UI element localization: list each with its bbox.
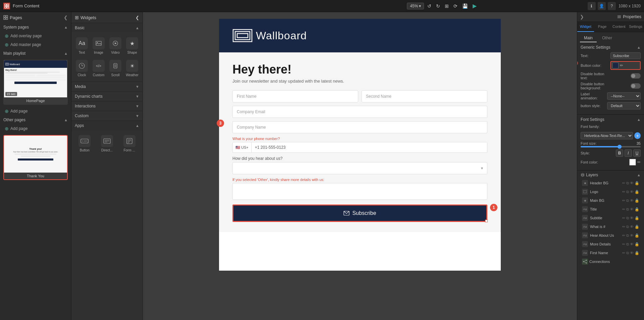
color-picker[interactable]: ✏ — [610, 61, 641, 70]
undo-button[interactable]: ↺ — [426, 3, 433, 9]
tab-page[interactable]: Page — [594, 22, 611, 32]
tab-content[interactable]: Content — [611, 22, 628, 32]
add-other-page-item[interactable]: ⊕ Add page — [0, 124, 71, 133]
subscribe-button[interactable]: Subscribe — [232, 204, 487, 222]
homepage-thumb[interactable]: Wallboard Hey there! — [3, 60, 68, 105]
widget-form[interactable]: Form ... — [119, 133, 140, 154]
subtab-other[interactable]: Other — [598, 34, 616, 42]
add-overlay-page-item[interactable]: ⊕ Add overlay page — [0, 32, 71, 40]
details-field[interactable] — [232, 183, 487, 200]
basic-section-header[interactable]: Basic ▲ — [71, 23, 143, 33]
what-is-eye-icon[interactable]: 👁 — [630, 225, 634, 229]
subtitle-copy-icon[interactable]: ⧉ — [626, 216, 629, 220]
generic-settings-chevron[interactable]: ▲ — [637, 45, 641, 49]
first-name-eye-icon[interactable]: 👁 — [630, 251, 634, 255]
layer-subtitle[interactable]: Aa Subtitle ✏ ⧉ 👁 🔒 — [581, 214, 641, 222]
layer-more-details[interactable]: Aa More Details ✏ ⧉ 👁 🔒 — [581, 240, 641, 248]
phone-input[interactable]: +1 201-555-0123 — [252, 142, 487, 152]
what-is-edit-icon[interactable]: ✏ — [622, 225, 625, 229]
zoom-button[interactable]: 45% ▾ — [407, 3, 424, 9]
first-name-lock-icon[interactable]: 🔒 — [635, 251, 639, 255]
first-name-edit-icon[interactable]: ✏ — [622, 251, 625, 255]
layer-edit-icon[interactable]: ✏ — [622, 181, 625, 185]
main-playlist-header[interactable]: Main playlist ▲ — [0, 49, 71, 58]
what-is-lock-icon[interactable]: 🔒 — [635, 225, 639, 229]
logo-edit-icon[interactable]: ✏ — [622, 190, 625, 194]
pencil-icon[interactable]: ✏ — [620, 63, 623, 68]
title-lock-icon[interactable]: 🔒 — [635, 207, 639, 212]
title-eye-icon[interactable]: 👁 — [630, 207, 634, 211]
widget-custom[interactable]: </> Custom — [91, 58, 106, 79]
connections-item[interactable]: Connections — [581, 257, 641, 266]
help-button[interactable]: ? — [608, 2, 616, 10]
disable-btn-text-toggle[interactable] — [631, 73, 641, 79]
widget-text[interactable]: Aa Text — [74, 35, 90, 56]
add-master-page-item[interactable]: ⊕ Add master page — [0, 40, 71, 49]
logo-copy-icon[interactable]: ⧉ — [626, 190, 629, 194]
expand-panel-button[interactable]: ❯ — [580, 14, 584, 19]
add-page-main-item[interactable]: ⊕ Add page — [0, 107, 71, 116]
layer-eye-icon[interactable]: 👁 — [630, 181, 634, 185]
company-field[interactable]: Company Name — [232, 121, 487, 133]
refresh-button[interactable]: ⟳ — [452, 3, 459, 9]
widget-video[interactable]: Video — [108, 35, 123, 56]
bold-button[interactable]: B — [616, 149, 623, 157]
play-button[interactable]: ▶ — [471, 2, 478, 10]
main-bg-edit-icon[interactable]: ✏ — [622, 198, 625, 203]
hear-edit-icon[interactable]: ✏ — [622, 233, 625, 238]
layer-main-bg[interactable]: ★ Main BG ✏ ⧉ 👁 🔒 — [581, 196, 641, 205]
more-details-lock-icon[interactable]: 🔒 — [635, 242, 639, 246]
logo-lock-icon[interactable]: 🔒 — [635, 190, 639, 194]
main-bg-eye-icon[interactable]: 👁 — [630, 198, 634, 202]
main-bg-copy-icon[interactable]: ⧉ — [626, 198, 629, 203]
tab-settings[interactable]: Settings — [627, 22, 644, 32]
collapse-widget-button[interactable]: ❮ — [136, 15, 139, 20]
custom-row[interactable]: Custom ▼ — [71, 111, 143, 121]
subtitle-edit-icon[interactable]: ✏ — [622, 216, 625, 220]
hear-lock-icon[interactable]: 🔒 — [635, 233, 639, 238]
email-field[interactable]: Company Email — [232, 106, 487, 118]
hear-dropdown[interactable]: ▾ — [232, 162, 487, 174]
grid-button[interactable]: ⊞ — [443, 3, 450, 9]
other-pages-header[interactable]: Other pages ▲ — [0, 116, 71, 124]
font-plus-button[interactable]: + — [634, 132, 641, 139]
widget-clock[interactable]: Clock — [74, 58, 90, 79]
title-edit-icon[interactable]: ✏ — [622, 207, 625, 212]
user-button[interactable]: 👤 — [598, 2, 606, 10]
layer-title[interactable]: Aa Title ✏ ⧉ 👁 🔒 — [581, 205, 641, 214]
more-details-copy-icon[interactable]: ⧉ — [626, 242, 629, 246]
dynamic-charts-row[interactable]: Dynamic charts ▼ — [71, 91, 143, 101]
font-color-pencil-icon[interactable]: ✏ — [637, 160, 641, 165]
more-details-eye-icon[interactable]: 👁 — [630, 242, 634, 246]
redo-button[interactable]: ↻ — [435, 3, 441, 9]
disable-btn-bg-toggle[interactable] — [631, 83, 641, 89]
button-style-select[interactable]: Default — [607, 102, 641, 109]
more-details-edit-icon[interactable]: ✏ — [622, 242, 625, 246]
widget-scroll[interactable]: Scroll — [108, 58, 123, 79]
layer-logo[interactable]: Logo ✏ ⧉ 👁 🔒 — [581, 187, 641, 196]
hear-eye-icon[interactable]: 👁 — [630, 233, 634, 237]
title-copy-icon[interactable]: ⧉ — [626, 207, 629, 212]
media-section-row[interactable]: Media ▼ — [71, 82, 143, 91]
interactions-row[interactable]: Interactions ▼ — [71, 101, 143, 111]
layer-copy-icon[interactable]: ⧉ — [626, 181, 629, 185]
layer-first-name[interactable]: Aa First Name ✏ ⧉ 👁 🔒 — [581, 248, 641, 257]
layer-header-bg[interactable]: ★ Header BG ✏ ⧉ 👁 🔒 — [581, 179, 641, 187]
font-settings-chevron[interactable]: ▲ — [637, 118, 641, 122]
tab-widget[interactable]: Widget — [577, 22, 594, 32]
widget-weather[interactable]: ☀ Weather — [124, 58, 140, 79]
first-name-copy-icon[interactable]: ⧉ — [626, 251, 629, 255]
collapse-left-button[interactable]: ❮ — [64, 15, 68, 20]
widget-direct[interactable]: Direct... — [97, 133, 118, 154]
text-input[interactable] — [610, 52, 641, 59]
what-is-copy-icon[interactable]: ⧉ — [626, 225, 629, 229]
subtitle-eye-icon[interactable]: 👁 — [630, 216, 634, 220]
widget-image[interactable]: Image — [91, 35, 106, 56]
font-size-slider[interactable] — [581, 146, 641, 147]
layers-chevron[interactable]: ▲ — [637, 173, 641, 177]
hear-copy-icon[interactable]: ⧉ — [626, 233, 629, 238]
widget-button[interactable]: Button — [74, 133, 95, 154]
layer-what-is[interactable]: Aa What is # ✏ ⧉ 👁 🔒 — [581, 222, 641, 231]
layer-lock-icon[interactable]: 🔒 — [635, 181, 639, 185]
second-name-field[interactable]: Second Name — [362, 90, 487, 102]
